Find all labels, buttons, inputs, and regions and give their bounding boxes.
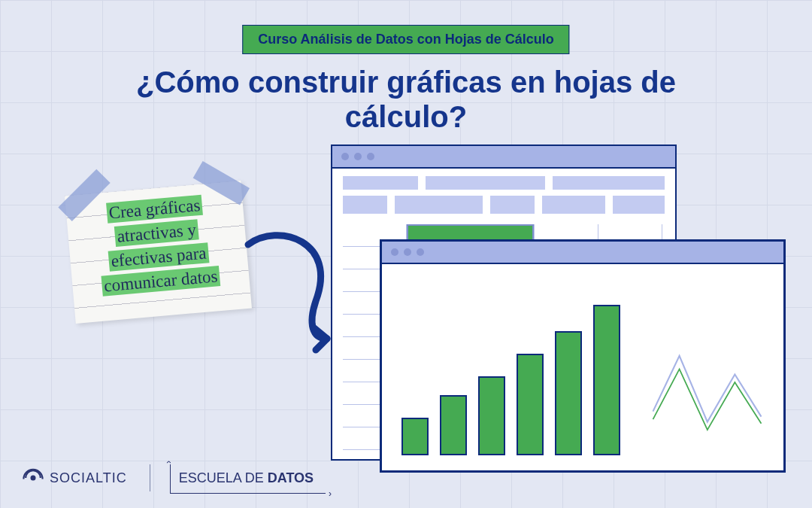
bar	[478, 376, 505, 455]
bar	[401, 418, 429, 455]
sticky-note: Crea gráficas atractivas y efectivas par…	[65, 181, 252, 324]
bar	[517, 354, 544, 455]
window-dot-icon	[354, 153, 362, 160]
course-badge: Curso Análisis de Datos con Hojas de Cál…	[242, 25, 569, 54]
logo-divider	[150, 464, 150, 491]
svg-point-0	[31, 476, 36, 481]
socialtic-logo: SOCIALTIC	[23, 467, 127, 488]
window-dot-icon	[417, 248, 424, 256]
toolbar-block	[542, 196, 605, 214]
toolbar-block	[343, 196, 387, 214]
toolbar-block	[395, 196, 483, 214]
bar	[593, 305, 620, 455]
toolbar-block	[343, 176, 418, 190]
note-line: atractivas y	[114, 219, 199, 247]
note-text: Crea gráficas atractivas y efectivas par…	[65, 181, 250, 310]
socialtic-icon	[23, 467, 44, 488]
toolbar-block	[490, 196, 535, 214]
line-chart	[650, 320, 764, 455]
escuela-datos-logo: ESCUELA DE DATOS	[173, 467, 320, 489]
window-titlebar	[332, 146, 675, 169]
window-dot-icon	[391, 248, 398, 256]
socialtic-label: SOCIALTIC	[50, 470, 127, 486]
bar	[440, 395, 467, 455]
toolbar-block	[426, 176, 545, 190]
window-titlebar	[382, 242, 783, 264]
window-dot-icon	[341, 153, 349, 160]
bar-chart	[401, 290, 620, 455]
chart-window	[380, 239, 786, 473]
footer-logos: SOCIALTIC ESCUELA DE DATOS	[23, 464, 320, 491]
toolbar-block	[613, 196, 665, 214]
bar	[555, 331, 582, 455]
spreadsheet-toolbar	[332, 169, 675, 217]
toolbar-block	[553, 176, 665, 190]
escuela-prefix: ESCUELA DE	[179, 470, 268, 485]
page-title: ¿Cómo construir gráficas en hojas de cál…	[124, 65, 688, 134]
window-dot-icon	[404, 248, 411, 256]
escuela-bold: DATOS	[268, 470, 314, 485]
window-dot-icon	[367, 153, 374, 160]
note-line: Crea gráficas	[106, 195, 204, 224]
